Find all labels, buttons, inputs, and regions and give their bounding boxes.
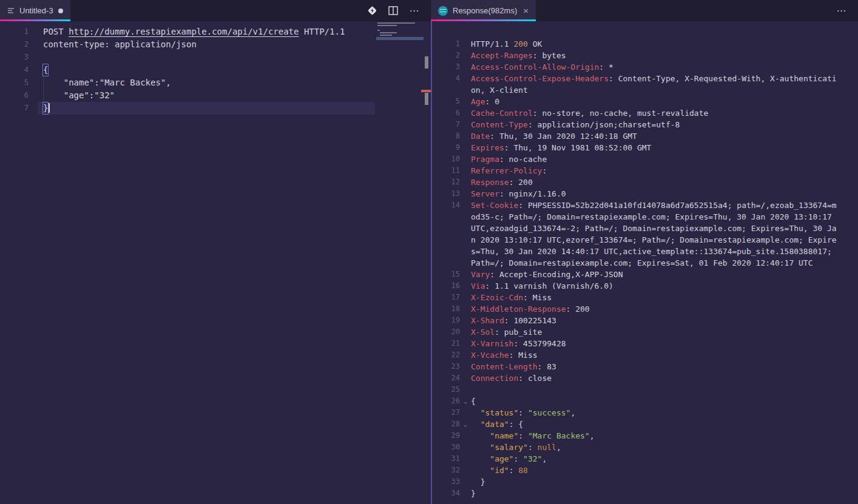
more-actions-icon[interactable]: ⋯ [408,5,421,17]
code-line[interactable]: 5 "name":"Marc Backes", [0,76,431,89]
code-line[interactable]: 9Expires: Thu, 19 Nov 1981 08:52:00 GMT [432,142,858,153]
code-line[interactable]: 2content-type: application/json [0,38,431,51]
token: : [513,454,523,463]
line-number: 34 [432,488,460,499]
code-line[interactable]: 7} [0,102,431,115]
code-line[interactable]: 34} [432,488,858,499]
code-line[interactable]: 10Pragma: no-cache [432,153,858,165]
token: , [570,408,575,417]
token [471,466,490,475]
code-line[interactable]: 19X-Shard: 100225143 [432,315,858,326]
code-line[interactable]: 20X-Sol: pub_site [432,326,858,338]
code-text: "age": "32", [471,453,841,465]
code-line[interactable]: 24Connection: close [432,372,858,384]
code-line[interactable]: 30 "salary": null, [432,442,858,453]
code-line[interactable]: 2Accept-Ranges: bytes [432,50,858,61]
send-request-icon[interactable] [366,5,378,17]
code-line[interactable]: 17X-Ezoic-Cdn: Miss [432,292,858,303]
request-editor[interactable]: 1POST http://dummy.restapiexample.com/ap… [0,21,431,504]
code-text: Date: Thu, 30 Jan 2020 12:40:18 GMT [471,130,841,142]
line-number: 20 [432,326,460,338]
code-line[interactable]: 4Access-Control-Expose-Headers: Content-… [432,73,858,96]
token: : Miss [523,293,552,302]
code-line[interactable]: 21X-Varnish: 453799428 [432,338,858,349]
token: : nginx/1.16.0 [499,189,566,198]
code-line[interactable]: 1POST http://dummy.restapiexample.com/ap… [0,25,431,38]
code-line[interactable]: 14Set-Cookie: PHPSESSID=52b22d041a10fd14… [432,200,858,269]
code-line[interactable]: 22X-Vcache: Miss [432,349,858,361]
code-line[interactable]: 16Via: 1.1 varnish (Varnish/6.0) [432,280,858,292]
code-line[interactable]: 12Response: 200 [432,176,858,188]
code-line[interactable]: 33 } [432,476,858,488]
code-text: X-Varnish: 453799428 [471,338,841,349]
code-text: content-type: application/json [29,38,197,51]
close-icon[interactable]: × [523,6,529,15]
tab-label: Response(982ms) [453,6,517,15]
line-number: 5 [432,96,460,107]
tab-untitled-3[interactable]: Untitled-3 [0,0,70,21]
code-text: Connection: close [471,372,841,384]
code-line[interactable]: 32 "id": 88 [432,465,858,476]
token: 88 [518,466,528,475]
code-line[interactable]: 4{ [0,64,431,76]
editor-group-response: Response(982ms) × ⋯ 1HTTP/1.1 200 OK2Acc… [431,0,858,504]
line-number: 8 [432,130,460,142]
code-line[interactable]: 8Date: Thu, 30 Jan 2020 12:40:18 GMT [432,130,858,142]
token: : [542,166,547,175]
token: Date [471,132,490,141]
token: "age" [490,454,513,463]
code-line[interactable]: 18X-Middleton-Response: 200 [432,303,858,315]
token: Referrer-Policy [471,166,542,175]
token: : application/json;charset=utf-8 [528,120,680,129]
line-number: 5 [0,76,29,89]
code-line[interactable]: 3 [0,51,431,64]
tab-response[interactable]: Response(982ms) × [431,0,536,21]
line-number: 28 [432,418,460,430]
code-line[interactable]: 25 [432,384,858,395]
token: : [518,408,528,417]
token: OK [528,39,542,49]
code-line[interactable]: 27 "status": "success", [432,407,858,418]
token: Content-Length [471,362,538,371]
code-line[interactable]: 7Content-Type: application/json;charset=… [432,119,858,130]
code-line[interactable]: 13Server: nginx/1.16.0 [432,188,858,200]
code-text: POST http://dummy.restapiexample.com/api… [29,25,345,38]
line-number: 12 [432,176,460,188]
fold-chevron-icon[interactable]: ⌄ [460,418,471,430]
token: } [471,477,485,486]
token: Content-Type [471,120,528,129]
code-text: { [471,395,841,407]
line-number: 9 [432,142,460,153]
code-line[interactable]: 6Cache-Control: no-store, no-cache, must… [432,107,858,119]
code-line[interactable]: 26⌄{ [432,395,858,407]
line-number: 29 [432,430,460,442]
token: X-Sol [471,328,495,337]
code-line[interactable]: 23Content-Length: 83 [432,361,858,372]
split-editor-icon[interactable] [387,5,399,17]
token: : pub_site [495,328,542,337]
token [471,408,481,417]
tab-label: Untitled-3 [19,6,53,15]
response-editor[interactable]: 1HTTP/1.1 200 OK2Accept-Ranges: bytes3Ac… [431,21,858,504]
token: "Marc Backes" [528,431,590,440]
line-number: 19 [432,315,460,326]
token: { [43,64,48,76]
code-line[interactable]: 31 "age": "32", [432,453,858,465]
code-line[interactable]: 15Vary: Accept-Encoding,X-APP-JSON [432,269,858,280]
code-line[interactable]: 1HTTP/1.1 200 OK [432,38,858,50]
fold-chevron-icon[interactable]: ⌄ [460,395,471,407]
code-line[interactable]: 3Access-Control-Allow-Origin: * [432,61,858,73]
code-line[interactable]: 5Age: 0 [432,96,858,107]
line-number: 4 [0,64,29,76]
code-line[interactable]: 6 "age":"32" [0,89,431,102]
token: , [556,443,561,452]
token: : 100225143 [504,316,556,325]
code-line[interactable]: 28⌄ "data": { [432,418,858,430]
line-number: 7 [432,119,460,130]
code-line[interactable]: 11Referrer-Policy: [432,165,858,176]
code-text: Vary: Accept-Encoding,X-APP-JSON [471,269,841,280]
code-line[interactable]: 29 "name": "Marc Backes", [432,430,858,442]
token: "salary" [490,443,528,452]
token: X-Shard [471,316,504,325]
more-actions-icon[interactable]: ⋯ [836,5,848,17]
